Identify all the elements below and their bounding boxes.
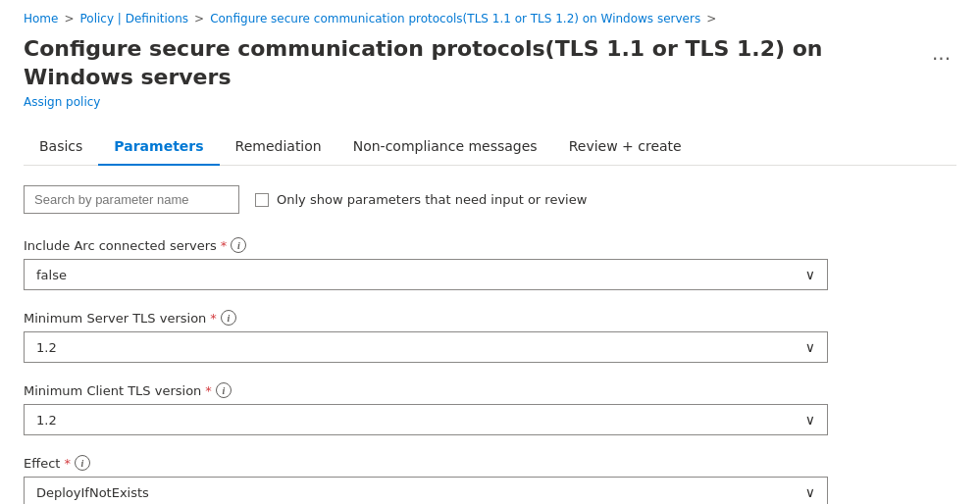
breadcrumb-home[interactable]: Home [24, 12, 58, 25]
param-client-info-icon[interactable]: i [216, 382, 232, 398]
breadcrumb-sep3: > [706, 12, 716, 25]
param-client-label: Minimum Client TLS version * i [24, 382, 956, 398]
param-effect-dropdown[interactable]: DeployIfNotExists ∨ [24, 477, 828, 504]
breadcrumb-policy-definitions[interactable]: Policy | Definitions [80, 12, 189, 25]
breadcrumb-sep1: > [64, 12, 74, 25]
param-arc-value: false [36, 268, 67, 282]
page-title-row: Configure secure communication protocols… [24, 35, 956, 91]
param-server-label: Minimum Server TLS version * i [24, 310, 956, 326]
param-arc-label-text: Include Arc connected servers [24, 238, 217, 253]
param-client-chevron-icon: ∨ [805, 412, 815, 428]
checkbox-label-text: Only show parameters that need input or … [277, 192, 587, 207]
filter-checkbox[interactable] [255, 193, 269, 207]
param-effect: Effect * i DeployIfNotExists ∨ [24, 455, 956, 504]
param-server-required: * [210, 311, 217, 326]
param-server-dropdown[interactable]: 1.2 ∨ [24, 331, 828, 363]
param-server-chevron-icon: ∨ [805, 339, 815, 355]
search-input[interactable] [24, 185, 239, 214]
tab-non-compliance[interactable]: Non-compliance messages [337, 128, 553, 166]
tab-review-create[interactable]: Review + create [553, 128, 697, 166]
param-arc-label: Include Arc connected servers * i [24, 237, 956, 253]
tab-remediation[interactable]: Remediation [220, 128, 337, 166]
checkbox-label[interactable]: Only show parameters that need input or … [255, 192, 587, 207]
param-arc-dropdown[interactable]: false ∨ [24, 259, 828, 290]
param-effect-chevron-icon: ∨ [805, 484, 815, 500]
more-options-icon[interactable]: ... [926, 39, 956, 67]
parameters-content: Only show parameters that need input or … [24, 185, 956, 504]
param-arc-required: * [221, 238, 228, 253]
breadcrumb: Home > Policy | Definitions > Configure … [24, 12, 956, 25]
param-server-label-text: Minimum Server TLS version [24, 311, 206, 326]
breadcrumb-current: Configure secure communication protocols… [210, 12, 700, 25]
breadcrumb-sep2: > [194, 12, 204, 25]
param-effect-value: DeployIfNotExists [36, 485, 149, 500]
param-server-info-icon[interactable]: i [221, 310, 236, 326]
param-min-server-tls: Minimum Server TLS version * i 1.2 ∨ [24, 310, 956, 363]
param-arc-chevron-icon: ∨ [805, 267, 815, 282]
param-effect-required: * [64, 456, 71, 471]
assign-policy-link[interactable]: Assign policy [24, 95, 956, 109]
tab-basics[interactable]: Basics [24, 128, 98, 166]
param-client-dropdown[interactable]: 1.2 ∨ [24, 404, 828, 435]
param-min-client-tls: Minimum Client TLS version * i 1.2 ∨ [24, 382, 956, 435]
param-effect-info-icon[interactable]: i [75, 455, 90, 471]
param-client-required: * [205, 383, 212, 398]
param-effect-label: Effect * i [24, 455, 956, 471]
param-arc-connected: Include Arc connected servers * i false … [24, 237, 956, 290]
param-server-value: 1.2 [36, 340, 57, 355]
param-effect-label-text: Effect [24, 456, 60, 471]
page-title: Configure secure communication protocols… [24, 35, 926, 91]
tabs-nav: Basics Parameters Remediation Non-compli… [24, 128, 956, 166]
param-client-value: 1.2 [36, 413, 57, 428]
param-arc-info-icon[interactable]: i [231, 237, 246, 253]
filter-row: Only show parameters that need input or … [24, 185, 956, 214]
tab-parameters[interactable]: Parameters [98, 128, 219, 166]
param-client-label-text: Minimum Client TLS version [24, 383, 201, 398]
